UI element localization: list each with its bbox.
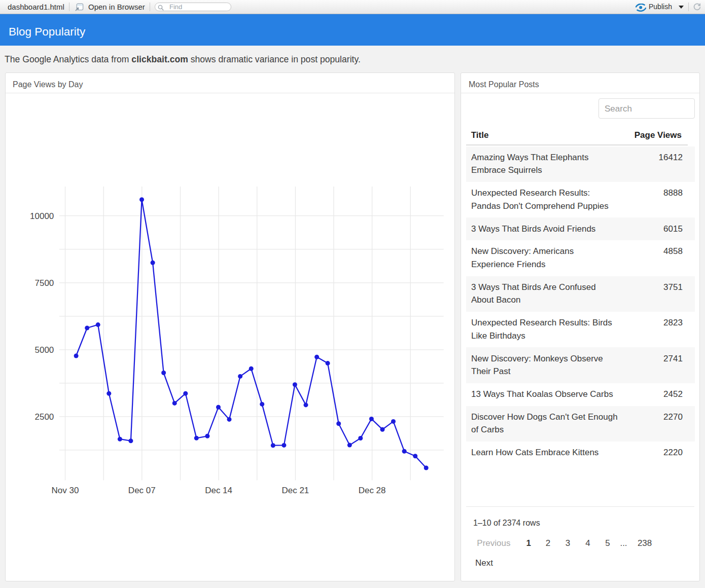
svg-text:10000: 10000 <box>30 211 54 221</box>
svg-text:7500: 7500 <box>34 278 54 288</box>
svg-text:Dec 14: Dec 14 <box>205 486 232 495</box>
svg-text:2500: 2500 <box>34 412 54 422</box>
svg-text:5000: 5000 <box>34 345 54 355</box>
svg-text:Dec 07: Dec 07 <box>128 486 156 495</box>
svg-text:Nov 30: Nov 30 <box>52 486 79 495</box>
svg-text:Dec 21: Dec 21 <box>281 486 309 495</box>
svg-text:Dec 28: Dec 28 <box>359 486 386 495</box>
